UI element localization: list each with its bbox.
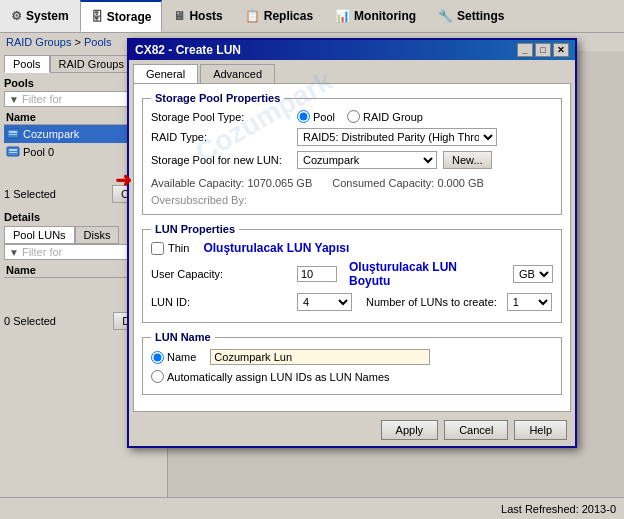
user-capacity-row: User Capacity: Oluşturulacak LUN Boyutu …	[151, 260, 553, 288]
pool-radio-option[interactable]: Pool	[297, 110, 335, 123]
user-capacity-input[interactable]	[297, 266, 337, 282]
name-radio-label[interactable]: Name	[151, 351, 196, 364]
red-arrow-indicator: ➜	[115, 168, 132, 192]
new-pool-button[interactable]: New...	[443, 151, 492, 169]
nav-hosts[interactable]: 🖥 Hosts	[162, 0, 233, 32]
nav-monitoring[interactable]: 📊 Monitoring	[324, 0, 427, 32]
details-filter-icon: ▼	[9, 247, 19, 258]
svg-rect-0	[7, 129, 19, 138]
nav-replicas[interactable]: 📋 Replicas	[234, 0, 324, 32]
settings-icon: 🔧	[438, 9, 453, 23]
num-luns-select[interactable]: 1	[507, 293, 552, 311]
storage-icon: 🗄	[91, 10, 103, 24]
lun-id-select[interactable]: 4	[297, 293, 352, 311]
create-lun-modal: CX82 - Create LUN _ □ ✕ General Advanced…	[127, 38, 577, 448]
raid-type-row: RAID Type: RAID5: Distributed Parity (Hi…	[151, 128, 553, 146]
svg-rect-3	[7, 147, 19, 156]
auto-assign-radio[interactable]: Automatically assign LUN IDs as LUN Name…	[151, 370, 390, 383]
pool-type-radio-group: Pool RAID Group	[297, 110, 423, 123]
raid-type-select[interactable]: RAID5: Distributed Parity (High Throughp…	[297, 128, 497, 146]
svg-rect-1	[9, 131, 17, 133]
svg-rect-2	[9, 134, 17, 135]
lun-properties-fieldset: LUN Properties Thin Oluşturulacak LUN Ya…	[142, 223, 562, 323]
system-icon: ⚙	[11, 9, 22, 23]
monitoring-icon: 📊	[335, 9, 350, 23]
hosts-icon: 🖥	[173, 9, 185, 23]
storage-pool-row: Storage Pool for new LUN: Cozumpark New.…	[151, 151, 553, 169]
storage-pool-fieldset: Storage Pool Properties Storage Pool Typ…	[142, 92, 562, 215]
capacity-info: Available Capacity: 1070.065 GB Consumed…	[151, 174, 553, 192]
nav-system[interactable]: ⚙ System	[0, 0, 80, 32]
svg-rect-5	[9, 152, 17, 153]
tab-pools[interactable]: Pools	[4, 55, 50, 73]
thin-checkbox-label[interactable]: Thin	[151, 242, 189, 255]
filter-label: Filter for	[22, 93, 62, 105]
modal-tab-advanced[interactable]: Advanced	[200, 64, 275, 83]
pool-icon-2	[6, 145, 20, 159]
name-radio-row: Name	[151, 349, 553, 365]
minimize-button[interactable]: _	[517, 43, 533, 57]
modal-tab-general[interactable]: General	[133, 64, 198, 83]
lun-name-input[interactable]	[210, 349, 430, 365]
close-button[interactable]: ✕	[553, 43, 569, 57]
nav-storage[interactable]: 🗄 Storage	[80, 0, 163, 32]
auto-assign-row: Automatically assign LUN IDs as LUN Name…	[151, 370, 553, 383]
replicas-icon: 📋	[245, 9, 260, 23]
capacity-unit-select[interactable]: GB	[513, 265, 553, 283]
thin-row: Thin Oluşturulacak LUN Yapısı	[151, 241, 553, 255]
modal-footer: Apply Cancel Help	[129, 416, 575, 446]
nav-settings[interactable]: 🔧 Settings	[427, 0, 515, 32]
help-button[interactable]: Help	[514, 420, 567, 440]
filter-icon: ▼	[9, 94, 19, 105]
modal-content: Storage Pool Properties Storage Pool Typ…	[133, 83, 571, 412]
raid-group-radio-option[interactable]: RAID Group	[347, 110, 423, 123]
apply-button[interactable]: Apply	[381, 420, 439, 440]
status-bar: Last Refreshed: 2013-0	[0, 497, 624, 519]
nav-bar: ⚙ System 🗄 Storage 🖥 Hosts 📋 Replicas 📊 …	[0, 0, 624, 33]
maximize-button[interactable]: □	[535, 43, 551, 57]
storage-pool-select[interactable]: Cozumpark	[297, 151, 437, 169]
pool-icon	[6, 127, 20, 141]
tab-disks[interactable]: Disks	[75, 226, 120, 244]
cancel-button[interactable]: Cancel	[444, 420, 508, 440]
svg-rect-4	[9, 149, 17, 151]
lun-id-row: LUN ID: 4 Number of LUNs to create: 1	[151, 293, 553, 311]
oversubscribed-label: Oversubscribed By:	[151, 192, 553, 208]
details-filter-label: Filter for	[22, 246, 62, 258]
lun-name-fieldset: LUN Name Name Automatically assign LUN I…	[142, 331, 562, 395]
modal-titlebar: CX82 - Create LUN _ □ ✕	[129, 40, 575, 60]
tab-raid-groups[interactable]: RAID Groups	[50, 55, 133, 73]
pool-type-row: Storage Pool Type: Pool RAID Group	[151, 110, 553, 123]
thin-checkbox[interactable]	[151, 242, 164, 255]
modal-controls: _ □ ✕	[517, 43, 569, 57]
modal-tabs: General Advanced	[129, 60, 575, 83]
tab-pool-luns[interactable]: Pool LUNs	[4, 226, 75, 244]
